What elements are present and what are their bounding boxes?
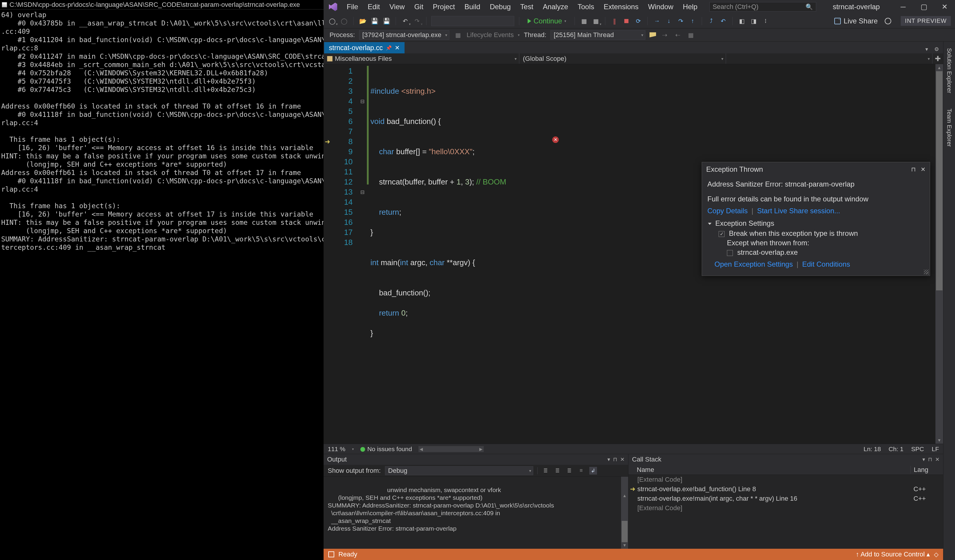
output-tool-button[interactable]: ≣ xyxy=(565,467,573,475)
callstack-row[interactable]: [External Code] xyxy=(628,475,943,484)
rail-solution-explorer[interactable]: Solution Explorer xyxy=(946,45,953,96)
console-output[interactable]: 64) overlap #0 0x43785b in __asan_wrap_s… xyxy=(0,9,324,560)
status-icon[interactable] xyxy=(328,551,334,557)
pin-icon[interactable]: ⊓ xyxy=(911,166,916,173)
output-scrollbar[interactable]: ▲▼ xyxy=(621,477,628,549)
close-button[interactable]: ✕ xyxy=(934,0,955,14)
tool-button[interactable]: ▦ xyxy=(579,17,589,25)
open-exception-settings-link[interactable]: Open Exception Settings xyxy=(714,260,793,268)
menu-tools[interactable]: Tools xyxy=(574,1,598,13)
restart-button[interactable]: ⟳ xyxy=(634,17,643,25)
redo-button[interactable]: ↷ xyxy=(413,17,421,25)
panel-pin-icon[interactable]: ⊓ xyxy=(613,456,617,463)
nav-back-button[interactable]: ◯ xyxy=(328,17,337,25)
horizontal-scrollbar[interactable]: ◀▶ xyxy=(418,446,484,452)
tool-button[interactable]: ⇢ xyxy=(660,31,669,39)
output-from-dropdown[interactable]: Debug xyxy=(385,466,533,475)
save-button[interactable]: 💾 xyxy=(370,17,379,25)
flag-icon[interactable] xyxy=(650,32,656,38)
step-over-button[interactable]: ↷ xyxy=(676,17,685,25)
scope-project-dropdown[interactable]: Miscellaneous Files xyxy=(324,53,519,64)
live-share-icon[interactable] xyxy=(834,18,841,24)
panel-dropdown-icon[interactable]: ▾ xyxy=(922,456,925,463)
menu-debug[interactable]: Debug xyxy=(485,1,515,13)
save-all-button[interactable]: 💾 xyxy=(382,17,391,25)
show-next-button[interactable]: → xyxy=(653,17,661,25)
scroll-thumb[interactable] xyxy=(936,71,942,290)
tool-button[interactable]: ⤴ xyxy=(707,17,715,25)
source-control-button[interactable]: ↑ Add to Source Control ▴ xyxy=(856,551,930,558)
tool-button[interactable]: ◨ xyxy=(749,17,758,25)
tool-button[interactable]: ▦ xyxy=(686,31,695,39)
char-indicator[interactable]: Ch: 1 xyxy=(889,446,903,453)
vertical-scrollbar[interactable]: ▲ ▼ xyxy=(935,64,943,444)
edit-conditions-link[interactable]: Edit Conditions xyxy=(802,260,850,268)
console-title-bar[interactable]: C:\MSDN\cpp-docs-pr\docs\c-language\ASAN… xyxy=(0,0,324,9)
issues-label[interactable]: No issues found xyxy=(368,446,412,452)
panel-close-icon[interactable]: ✕ xyxy=(620,456,625,463)
menu-build[interactable]: Build xyxy=(460,1,484,13)
step-into-button[interactable]: ↓ xyxy=(664,17,673,25)
panel-pin-icon[interactable]: ⊓ xyxy=(928,456,932,463)
process-dropdown[interactable]: [37924] strncat-overlap.exe xyxy=(359,30,449,40)
eol-indicator[interactable]: LF xyxy=(932,446,939,453)
live-share-label[interactable]: Live Share xyxy=(844,17,878,25)
zoom-level[interactable]: 111 % xyxy=(328,446,346,453)
menu-analyze[interactable]: Analyze xyxy=(539,1,572,13)
callstack-row[interactable]: [External Code] xyxy=(628,503,943,513)
output-text[interactable]: unwind mechanism, swapcontext or vfork (… xyxy=(324,477,628,549)
pin-icon[interactable]: 📌 xyxy=(386,45,392,51)
menu-edit[interactable]: Edit xyxy=(363,1,384,13)
notifications-icon[interactable]: ◇ xyxy=(934,551,938,558)
tab-close-icon[interactable]: ✕ xyxy=(395,44,400,51)
outlining-margin[interactable]: ⊟⊟ xyxy=(358,64,367,444)
callstack-rows[interactable]: [External Code]➜strncat-overlap.exe!bad_… xyxy=(628,475,943,549)
nav-forward-button[interactable]: ◯ xyxy=(340,17,349,25)
scope-global-dropdown[interactable]: (Global Scope) xyxy=(519,53,726,64)
tool-button[interactable]: ⇠ xyxy=(673,31,682,39)
scroll-up-icon[interactable]: ▲ xyxy=(935,64,943,71)
output-tool-button[interactable]: ≣ xyxy=(542,467,550,475)
minimize-button[interactable]: ─ xyxy=(893,0,913,14)
document-tab-active[interactable]: strncat-overlap.cc 📌 ✕ xyxy=(324,42,404,53)
menu-file[interactable]: File xyxy=(343,1,362,13)
panel-dropdown-icon[interactable]: ▾ xyxy=(607,456,610,463)
tool-button[interactable]: ⫶ xyxy=(761,17,770,25)
callstack-row[interactable]: ➜strncat-overlap.exe!bad_function() Line… xyxy=(628,484,943,494)
resize-grip-icon[interactable] xyxy=(924,270,928,274)
code-editor[interactable]: ➜ 123456789101112131415161718 ⊟⊟ #includ… xyxy=(324,64,943,444)
open-file-button[interactable]: 📂 xyxy=(358,17,367,25)
menu-test[interactable]: Test xyxy=(516,1,537,13)
menu-help[interactable]: Help xyxy=(679,1,701,13)
output-tool-button[interactable]: ≣ xyxy=(554,467,561,475)
callstack-col-lang[interactable]: Lang xyxy=(911,466,943,474)
menu-window[interactable]: Window xyxy=(644,1,677,13)
start-live-share-link[interactable]: Start Live Share session... xyxy=(757,207,840,215)
menu-project[interactable]: Project xyxy=(429,1,459,13)
lifecycle-icon[interactable]: ▦ xyxy=(454,31,462,39)
break-when-checkbox[interactable] xyxy=(719,231,725,237)
scope-member-dropdown[interactable] xyxy=(726,53,933,64)
step-out-button[interactable]: ↑ xyxy=(688,17,697,25)
thread-dropdown[interactable]: [25156] Main Thread xyxy=(551,30,645,40)
tab-settings-button[interactable]: ⚙ xyxy=(933,45,941,53)
menu-extensions[interactable]: Extensions xyxy=(600,1,643,13)
output-wrap-button[interactable]: ↲ xyxy=(589,467,597,475)
maximize-button[interactable]: ▢ xyxy=(913,0,934,14)
tab-overflow-button[interactable]: ▾ xyxy=(922,45,931,53)
menu-view[interactable]: View xyxy=(385,1,409,13)
tool-button[interactable]: ◧ xyxy=(737,17,746,25)
rail-team-explorer[interactable]: Team Explorer xyxy=(946,106,953,150)
continue-button[interactable]: Continue ▾ xyxy=(524,16,570,26)
split-button[interactable]: ✚ xyxy=(933,53,943,64)
callstack-row[interactable]: strncat-overlap.exe!main(int argc, char … xyxy=(628,494,943,503)
panel-close-icon[interactable]: ✕ xyxy=(935,456,939,463)
scroll-down-icon[interactable]: ▼ xyxy=(935,436,943,444)
error-glyph-icon[interactable]: ✕ xyxy=(552,136,559,143)
copy-details-link[interactable]: Copy Details xyxy=(708,207,748,215)
tool-button[interactable]: ▦ xyxy=(592,17,600,25)
stop-button[interactable] xyxy=(622,17,631,25)
callstack-col-name[interactable]: Name xyxy=(628,466,911,474)
search-box[interactable]: Search (Ctrl+Q) 🔍 xyxy=(709,2,816,12)
account-icon[interactable] xyxy=(885,18,891,24)
